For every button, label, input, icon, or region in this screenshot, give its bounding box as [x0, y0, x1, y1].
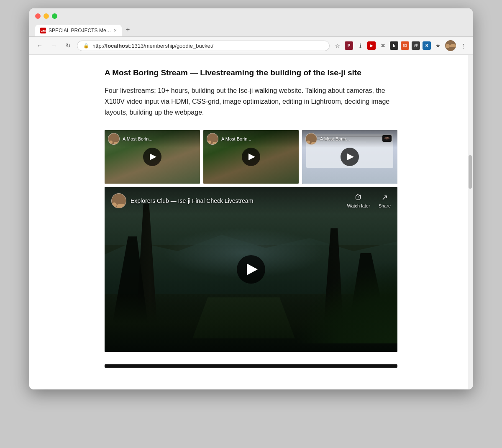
video-avatar-2	[207, 133, 218, 145]
maximize-button[interactable]	[52, 13, 57, 19]
play-triangle-icon-1	[150, 154, 156, 160]
share-button[interactable]: ↗ Share	[379, 193, 391, 208]
info-icon[interactable]: ℹ	[356, 41, 365, 50]
video-overlay-2: A Most Borin...	[203, 130, 299, 148]
page-content: A Most Boring Stream — Livestreaming the…	[105, 67, 397, 368]
ext-kanji-icon[interactable]: 理	[412, 41, 420, 50]
video-grid-top: A Most Borin...	[105, 130, 397, 184]
section-title: A Most Boring Stream — Livestreaming the…	[105, 67, 397, 79]
extensions-icon[interactable]: ★	[433, 41, 443, 50]
browser-window: CM SPECIAL PROJECTS Members... × + ← → ↻…	[29, 8, 473, 389]
play-triangle-icon-2	[248, 154, 255, 160]
video-player-large[interactable]: Explorers Club — Ise-ji Final Check Live…	[105, 187, 397, 352]
menu-icon[interactable]: ⋮	[458, 41, 468, 50]
reload-button[interactable]: ↻	[63, 40, 74, 51]
video-thumb-1[interactable]: A Most Borin...	[105, 130, 200, 184]
watch-later-button[interactable]: ⏱ Watch later	[347, 193, 370, 208]
play-button-1[interactable]	[143, 148, 161, 166]
video-title-1: A Most Borin...	[123, 136, 153, 142]
watch-later-label: Watch later	[347, 203, 370, 208]
new-tab-button[interactable]: +	[122, 23, 134, 36]
ext-badge-icon[interactable]: 53	[401, 41, 409, 50]
video-top-bar: Explorers Club — Ise-ji Final Check Live…	[105, 187, 397, 214]
video-thumb-3[interactable]: 🦇 A Most Borin...	[302, 130, 397, 184]
user-avatar[interactable]	[445, 40, 456, 51]
video-title-2: A Most Borin...	[221, 136, 251, 142]
play-triangle-large-icon	[247, 264, 258, 275]
ext-s-icon[interactable]: S	[423, 41, 431, 50]
video-top-left: Explorers Club — Ise-ji Final Check Live…	[111, 193, 253, 208]
play-button-3[interactable]	[341, 148, 359, 166]
browser-titlebar: CM SPECIAL PROJECTS Members... × +	[29, 8, 473, 37]
video-top-right: ⏱ Watch later ↗ Share	[347, 193, 391, 208]
video-avatar-1	[108, 133, 120, 145]
traffic-lights	[35, 13, 467, 19]
youtube-icon[interactable]: ▶	[367, 41, 376, 50]
back-button[interactable]: ←	[34, 40, 45, 51]
section-description: Four livestreams; 10+ hours, building ou…	[105, 85, 397, 118]
watch-later-icon: ⏱	[355, 193, 362, 202]
play-button-2[interactable]	[242, 148, 260, 166]
forward-button[interactable]: →	[49, 40, 59, 51]
tab-close-button[interactable]: ×	[114, 28, 117, 33]
close-button[interactable]	[35, 13, 41, 19]
share-icon: ↗	[382, 193, 388, 202]
section-divider	[105, 364, 397, 368]
url-text: http://localhost:1313/membership/goodie_…	[92, 43, 213, 49]
browser-content-wrapper: A Most Boring Stream — Livestreaming the…	[29, 55, 473, 389]
play-button-large[interactable]	[237, 255, 265, 284]
video-title-3: A Most Borin...	[320, 136, 350, 142]
security-icon: 🔒	[83, 43, 89, 49]
scrollbar[interactable]	[468, 55, 473, 389]
active-tab[interactable]: CM SPECIAL PROJECTS Members... ×	[35, 25, 122, 36]
video-overlay-3: A Most Borin...	[302, 130, 397, 148]
minimize-button[interactable]	[44, 13, 49, 19]
browser-toolbar: ← → ↻ 🔒 http://localhost:1313/membership…	[29, 37, 473, 55]
share-label: Share	[379, 203, 391, 208]
pocket-icon[interactable]: P	[345, 41, 353, 50]
bookmark-star-icon[interactable]: ☆	[333, 41, 342, 50]
play-triangle-icon-3	[347, 154, 354, 160]
address-bar[interactable]: 🔒 http://localhost:1313/membership/goodi…	[77, 41, 330, 51]
video-avatar-large	[111, 193, 126, 208]
toolbar-icons: ☆ P ℹ ▶ ⌘ k 53 理 S ★ ⋮	[333, 40, 468, 51]
tab-label: SPECIAL PROJECTS Members...	[49, 28, 111, 33]
browser-tabs: CM SPECIAL PROJECTS Members... × +	[35, 23, 467, 36]
tab-favicon: CM	[40, 28, 46, 33]
video-avatar-3	[305, 133, 317, 145]
video-overlay-1: A Most Borin...	[105, 130, 200, 148]
video-title-large: Explorers Club — Ise-ji Final Check Live…	[131, 197, 253, 204]
browser-content: A Most Boring Stream — Livestreaming the…	[29, 55, 473, 389]
video-thumb-2[interactable]: A Most Borin...	[203, 130, 299, 184]
ext-k-icon[interactable]: k	[390, 41, 398, 50]
scrollbar-thumb[interactable]	[469, 155, 472, 189]
shortcut-icon[interactable]: ⌘	[378, 41, 387, 50]
